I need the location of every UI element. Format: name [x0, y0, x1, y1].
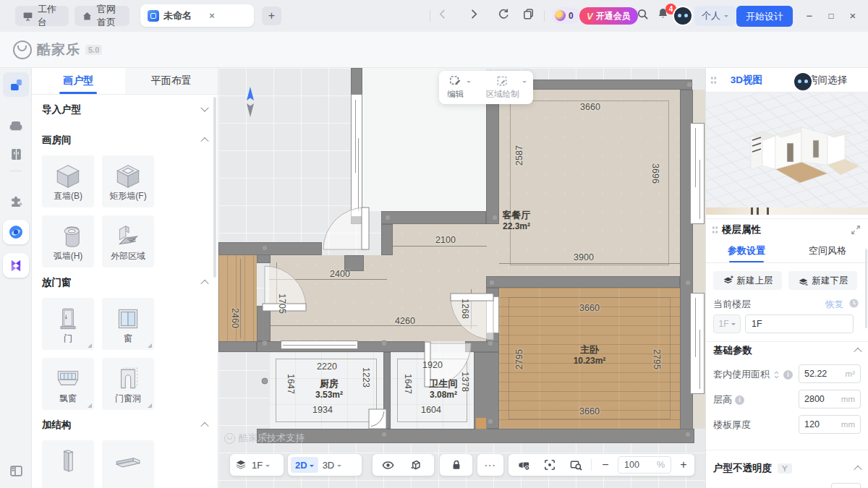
- maximize-button[interactable]: □: [823, 9, 839, 23]
- tab-工作台[interactable]: 工作台: [15, 6, 69, 26]
- start-design-button[interactable]: 开始设计: [736, 6, 793, 27]
- back-button[interactable]: [437, 8, 449, 20]
- info-icon[interactable]: [735, 395, 744, 405]
- app-logo: 酷家乐 5.0: [13, 40, 102, 59]
- workspace-icon: [22, 11, 33, 22]
- zoom-area-icon[interactable]: [565, 459, 587, 471]
- drag-handle-icon[interactable]: [712, 226, 718, 234]
- panel-scrollbar[interactable]: [213, 97, 216, 278]
- section-items: 门窗飘窗门窗洞: [42, 298, 208, 410]
- mode-3d-button[interactable]: 3D: [323, 460, 335, 471]
- dimension-label: 1647: [403, 374, 413, 394]
- chevron-up-icon: [854, 466, 861, 474]
- floorplan-canvas[interactable]: 客餐厅22.3m²厨房3.53m²卫生间3.08m²主卧10.23m²36602…: [218, 68, 705, 488]
- section-header-加结构[interactable]: 加结构: [42, 410, 208, 440]
- layer-up-icon: [723, 275, 733, 286]
- eye-icon[interactable]: [377, 459, 399, 471]
- column-icon: [53, 446, 83, 476]
- wall-rect-icon: [113, 161, 143, 192]
- notifications-button[interactable]: 4: [657, 7, 669, 20]
- tool-item-column-icon[interactable]: [42, 440, 94, 488]
- tool-item-外部区域[interactable]: 外部区域: [102, 215, 154, 267]
- float-区域绘制[interactable]: 区域绘制: [486, 75, 525, 100]
- panel-tab-平面布置[interactable]: 平面布置: [125, 68, 218, 94]
- refresh-button[interactable]: [498, 8, 510, 20]
- close-window-button[interactable]: ×: [845, 9, 861, 23]
- coin-balance[interactable]: 0: [552, 7, 579, 24]
- floor-value[interactable]: 1F: [252, 460, 263, 471]
- section-header-导入户型[interactable]: 导入户型: [42, 95, 208, 125]
- panel-sections: 导入户型画房间直墙(B)矩形墙(F)弧墙(H)外部区域放门窗门窗飘窗门窗洞加结构: [32, 95, 218, 488]
- vip-upgrade-button[interactable]: V开通会员: [579, 7, 638, 25]
- expand-icon[interactable]: [851, 225, 861, 235]
- tool-item-直墙(B)[interactable]: 直墙(B): [42, 155, 94, 207]
- basic-params-header[interactable]: 基础参数: [713, 344, 861, 357]
- tool-item-飘窗[interactable]: 飘窗: [42, 358, 94, 410]
- duplicate-button[interactable]: [522, 8, 535, 20]
- rail-render-sphere-icon[interactable]: [3, 220, 29, 244]
- zoom-out-button[interactable]: −: [596, 458, 615, 471]
- more-options-icon[interactable]: [477, 460, 503, 471]
- close-icon[interactable]: [206, 10, 218, 22]
- more-options-corner: [148, 403, 152, 408]
- floor-select[interactable]: 1F: [713, 314, 741, 333]
- focus-icon[interactable]: [539, 459, 561, 471]
- preview-3d[interactable]: [706, 93, 868, 214]
- rail-panel-layout-icon[interactable]: [3, 458, 29, 483]
- add-upper-floor-button[interactable]: 新建上层: [713, 271, 782, 290]
- panel-tab-画户型[interactable]: 画户型: [32, 68, 125, 94]
- chevron-down-icon: [265, 465, 270, 469]
- float-编辑[interactable]: 编辑: [447, 75, 469, 100]
- divider: [10, 171, 22, 171]
- rail-furniture-icon[interactable]: [3, 113, 29, 137]
- search-button[interactable]: [637, 8, 649, 20]
- tab-未命名[interactable]: 未命名: [140, 4, 254, 27]
- rail-draw-wall-icon[interactable]: [3, 72, 29, 97]
- profile-menu[interactable]: 个人: [694, 6, 736, 26]
- drag-handle-icon[interactable]: [710, 76, 717, 85]
- minimize-button[interactable]: −: [801, 9, 817, 23]
- zoom-in-button[interactable]: +: [674, 458, 693, 471]
- assistant-icon: [794, 73, 812, 90]
- props-tab-参数设置[interactable]: 参数设置: [706, 241, 787, 262]
- tool-item-弧墙(H)[interactable]: 弧墙(H): [42, 215, 94, 267]
- camera-settings-icon[interactable]: [513, 459, 535, 471]
- cube-icon[interactable]: [404, 459, 426, 471]
- restore-button[interactable]: 恢复: [825, 299, 843, 311]
- stepper-icon[interactable]: [773, 370, 780, 380]
- param-input-层高[interactable]: 2800mm: [799, 390, 861, 408]
- section-header-画房间[interactable]: 画房间: [42, 125, 208, 155]
- mode-2d-button[interactable]: 2D: [291, 457, 318, 473]
- tool-item-门窗洞[interactable]: 门窗洞: [102, 358, 154, 410]
- add-lower-floor-button[interactable]: 新建下层: [788, 271, 857, 290]
- zoom-level-input[interactable]: 100%: [618, 456, 671, 474]
- rail-ribbon-icon[interactable]: [3, 253, 29, 278]
- history-clock-icon[interactable]: [848, 298, 859, 309]
- floor-name-input[interactable]: 1F: [745, 314, 854, 333]
- tool-item-窗[interactable]: 窗: [102, 298, 154, 350]
- view-tab-3D视图[interactable]: 3D视图: [706, 74, 787, 87]
- rail-plugin-icon[interactable]: [3, 188, 29, 213]
- new-tab-button[interactable]: [262, 7, 281, 25]
- forward-button[interactable]: [467, 8, 480, 20]
- tool-item-门[interactable]: 门: [42, 298, 94, 350]
- door-leaf[interactable]: [451, 294, 493, 301]
- param-input-套内使用面积[interactable]: 52.22m²: [799, 364, 861, 383]
- opacity-header[interactable]: 户型不透明度 Y: [713, 462, 861, 475]
- info-icon[interactable]: [783, 370, 793, 380]
- door-arc: [451, 297, 493, 340]
- door-leaf[interactable]: [362, 207, 369, 249]
- param-input-楼板厚度[interactable]: 120mm: [799, 415, 861, 434]
- right-panel-scrollbar[interactable]: [865, 249, 867, 328]
- dimension-label: 3696: [650, 163, 660, 184]
- tool-item-beam-icon[interactable]: [102, 440, 154, 488]
- lock-icon[interactable]: [440, 459, 472, 471]
- tool-item-矩形墙(F)[interactable]: 矩形墙(F): [102, 155, 154, 207]
- vip-v-icon: V: [587, 11, 593, 22]
- props-tab-空间风格[interactable]: 空间风格: [787, 241, 868, 262]
- layers-icon[interactable]: [230, 459, 252, 471]
- rail-cabinet-icon[interactable]: [3, 142, 29, 166]
- tab-官网首页[interactable]: 官网首页: [75, 6, 129, 26]
- assistant-icon[interactable]: [674, 7, 692, 25]
- section-header-放门窗[interactable]: 放门窗: [42, 267, 208, 298]
